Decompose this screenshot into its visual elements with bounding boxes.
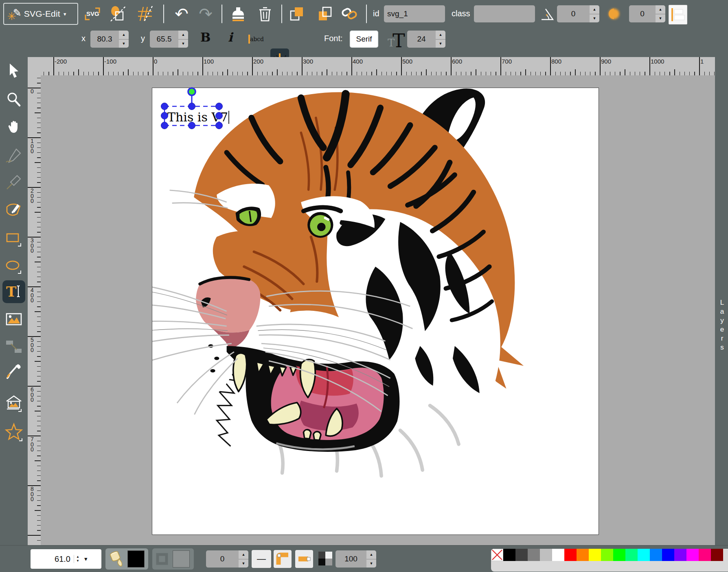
stroke-width-spinner[interactable]: ▲ ▼ [239,550,248,568]
select-tool[interactable] [2,59,25,82]
zoom-input[interactable] [31,554,71,564]
x-input[interactable] [90,31,119,48]
palette-swatch[interactable] [528,549,540,561]
palette-swatch[interactable] [515,549,528,561]
zoom-spinner[interactable]: ▲ ▼ [74,555,79,563]
source-editor-button[interactable]: SVG [82,3,103,24]
palette-swatch[interactable] [552,549,564,561]
palette-swatch[interactable] [674,549,686,561]
stroke-width-input[interactable] [206,550,239,568]
connector-tool[interactable] [2,335,25,358]
undo-button[interactable]: ↶ [171,3,192,24]
angle-input[interactable] [557,5,590,22]
spin-down-icon[interactable]: ▼ [656,14,665,23]
palette-none-swatch[interactable] [491,549,503,561]
spin-down-icon[interactable]: ▼ [178,40,188,48]
zoom-control[interactable]: ▲ ▼ ▾ [31,549,101,569]
palette-swatch[interactable] [503,549,515,561]
workspace[interactable]: This is V7 [41,75,715,545]
blur-input[interactable] [629,5,656,22]
palette-swatch[interactable] [589,549,601,561]
spin-up-icon[interactable]: ▲ [656,5,665,14]
star-tool[interactable] [2,420,25,443]
main-menu-button[interactable]: ✳ ✎ SVG-Edit ▾ [3,3,78,25]
blur-spinner[interactable]: ▲ ▼ [656,5,665,22]
spin-up-icon[interactable]: ▲ [590,5,599,14]
move-bottom-button[interactable] [314,3,335,24]
italic-button[interactable]: i [228,30,232,44]
bold-button[interactable]: B [200,30,211,44]
palette-swatch[interactable] [686,549,699,561]
spin-down-icon[interactable]: ▼ [590,14,599,23]
spin-up-icon[interactable]: ▲ [239,550,248,559]
eyedropper-tool[interactable] [2,361,25,383]
pencil-tool[interactable] [2,144,25,167]
spin-up-icon[interactable]: ▲ [436,31,445,40]
palette-swatch[interactable] [711,549,723,561]
resize-handle-w[interactable] [161,112,168,119]
font-size-spinner[interactable]: ▲ ▼ [436,31,445,48]
y-spinner[interactable]: ▲ ▼ [178,31,188,48]
font-size-input[interactable] [407,31,436,48]
library-tool[interactable] [2,392,25,415]
palette-swatch[interactable] [613,549,625,561]
y-input[interactable] [150,31,178,48]
resize-handle-ne[interactable] [216,103,223,110]
resize-handle-s[interactable] [189,122,195,129]
pan-tool[interactable] [2,115,25,138]
clone-button[interactable] [228,3,249,24]
id-input[interactable] [384,5,445,22]
opacity-input[interactable] [335,550,366,568]
text-align-button[interactable] [669,5,687,24]
spin-down-icon[interactable]: ▼ [239,559,248,568]
palette-swatch[interactable] [564,549,577,561]
palette-swatch[interactable] [650,549,662,561]
text-tool[interactable]: T [2,280,25,303]
delete-button[interactable] [254,3,276,24]
ellipse-tool[interactable] [2,255,25,278]
palette-swatch[interactable] [625,549,638,561]
rect-tool[interactable] [2,228,25,251]
spin-down-icon[interactable]: ▼ [436,40,445,48]
svg-canvas[interactable]: This is V7 [152,88,599,535]
line-tool[interactable] [2,171,25,194]
palette-swatch[interactable] [601,549,613,561]
fill-color-swatch[interactable] [127,550,145,568]
zoom-tool[interactable] [2,88,25,111]
tiger-artwork[interactable] [152,88,599,535]
linejoin-button[interactable] [274,550,292,568]
resize-handle-sw[interactable] [161,122,168,129]
resize-handle-e[interactable] [216,112,223,119]
move-top-button[interactable] [286,3,307,24]
resize-handle-n[interactable] [189,103,195,110]
class-input[interactable] [474,5,535,22]
link-button[interactable] [339,3,360,24]
font-family-button[interactable]: Serif [351,31,377,47]
spin-up-icon[interactable]: ▲ [366,550,376,559]
redo-button[interactable]: ↷ [195,3,216,24]
image-tool[interactable] [2,308,25,331]
spin-up-icon[interactable]: ▲ [178,31,188,40]
anchor-start-button[interactable]: abcd [248,30,266,48]
spin-up-icon[interactable]: ▲ [119,31,129,40]
resize-handle-se[interactable] [216,122,223,129]
grid-button[interactable] [134,3,156,24]
stroke-color-swatch[interactable] [173,550,190,568]
stroke-style-button[interactable]: — [252,550,271,568]
path-tool[interactable] [2,198,25,221]
palette-swatch[interactable] [662,549,674,561]
wireframe-button[interactable] [107,3,129,24]
resize-handle-nw[interactable] [161,103,168,110]
palette-swatch[interactable] [638,549,650,561]
palette-swatch[interactable] [577,549,589,561]
layers-panel-title[interactable]: Layers [718,299,726,352]
layers-panel-toggle[interactable]: Layers [715,51,728,545]
spin-down-icon[interactable]: ▼ [76,559,79,563]
palette-swatch[interactable] [699,549,711,561]
opacity-spinner[interactable]: ▲ ▼ [366,550,376,568]
rotate-handle[interactable] [188,88,195,95]
spin-up-icon[interactable]: ▲ [76,555,79,559]
angle-spinner[interactable]: ▲ ▼ [590,5,599,22]
palette-swatch[interactable] [540,549,552,561]
zoom-dropdown-caret[interactable]: ▾ [84,555,88,563]
